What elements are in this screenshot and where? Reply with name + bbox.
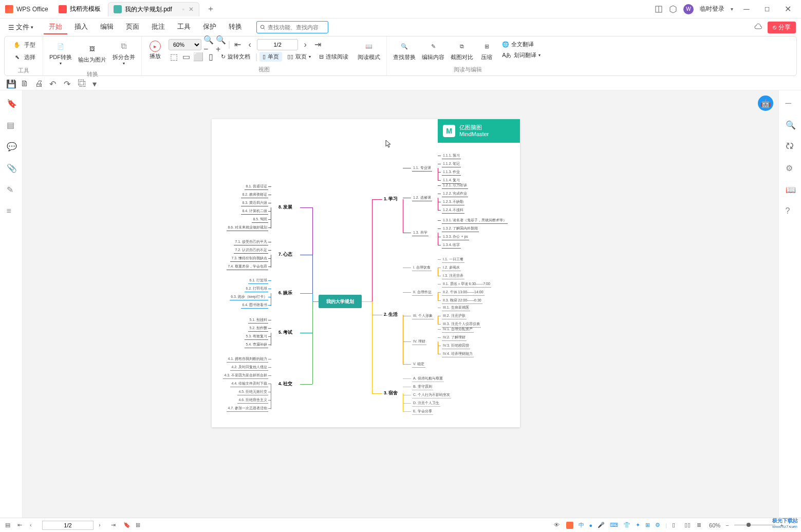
login-status[interactable]: 临时登录	[700, 5, 724, 13]
quickbar-more-icon[interactable]: ▾	[92, 79, 101, 87]
menu-tab-0[interactable]: 开始	[44, 20, 67, 34]
continuous-button[interactable]: ⊟连续阅读	[316, 52, 351, 62]
search-panel-icon[interactable]: 🔍	[786, 120, 795, 129]
edit-content-button[interactable]: ✎编辑内容	[419, 39, 448, 62]
sb-last-icon[interactable]: ⇥	[111, 522, 118, 529]
actual-size-icon[interactable]: ⬜	[193, 52, 203, 62]
zoom-select[interactable]: 60%	[169, 39, 201, 50]
sb-gear-icon[interactable]: ⚙	[655, 522, 660, 528]
double-page-button[interactable]: ▯▯双页▾	[284, 52, 314, 62]
sb-apps-icon[interactable]: ⊞	[645, 522, 650, 528]
sb-mic-icon[interactable]: 🎤	[598, 522, 605, 528]
word-translate-button[interactable]: Aあ划词翻译▾	[499, 50, 543, 60]
help-icon[interactable]: ?	[786, 206, 795, 216]
reader-panel-icon[interactable]: 📖	[786, 185, 795, 194]
print-icon[interactable]: 🖨	[35, 79, 43, 87]
read-mode-button[interactable]: 📖阅读模式	[355, 39, 383, 62]
collapse-icon[interactable]: ─	[786, 99, 795, 108]
last-page-icon[interactable]: ⇥	[312, 40, 323, 50]
hand-tool-button[interactable]: ✋手型	[9, 39, 39, 51]
first-page-icon[interactable]: ⇤	[232, 40, 243, 50]
layout-icon[interactable]	[655, 5, 663, 13]
tab-document[interactable]: 我的大学规划.pdf ▫ ✕	[108, 2, 199, 16]
layers-icon[interactable]: ≡	[7, 206, 16, 216]
sb-puzzle-icon[interactable]: ✦	[636, 522, 640, 528]
find-replace-button[interactable]: 🔍查找替换	[390, 39, 419, 62]
file-menu[interactable]: ☰ 文件 ▾	[5, 22, 36, 33]
fit-page-icon[interactable]: ▭	[181, 52, 191, 62]
comment-icon[interactable]: 💬	[7, 142, 16, 151]
menu-tab-3[interactable]: 页面	[121, 20, 144, 34]
sb-shirt-icon[interactable]: 👕	[623, 522, 630, 528]
menu-tab-1[interactable]: 插入	[69, 20, 93, 34]
save-icon[interactable]: 💾	[6, 79, 14, 87]
view-continuous-icon[interactable]: ≣	[697, 522, 704, 529]
sb-keyboard-icon[interactable]: ⌨	[610, 522, 618, 528]
sb-grid-icon[interactable]: ⊞	[136, 522, 143, 529]
zoom-slider[interactable]	[734, 524, 775, 526]
fit-height-icon[interactable]: ▯	[206, 52, 216, 62]
sb-next-icon[interactable]: ›	[99, 522, 106, 529]
prev-page-icon[interactable]: ‹	[245, 40, 255, 50]
close-button[interactable]: ✕	[780, 2, 795, 16]
search-box[interactable]	[256, 21, 328, 33]
cube-icon[interactable]	[669, 5, 677, 13]
single-page-button[interactable]: ▯单页	[259, 52, 282, 62]
view-single-icon[interactable]: ▯	[672, 522, 679, 529]
outline-icon[interactable]: ▤	[5, 522, 12, 529]
translate-panel-icon[interactable]: 🗘	[786, 142, 795, 151]
zoom-in-icon[interactable]: 🔍+	[216, 40, 226, 50]
sb-first-icon[interactable]: ⇤	[17, 522, 25, 529]
full-translate-button[interactable]: 🌐全文翻译	[499, 40, 543, 49]
export-image-button[interactable]: 🖼输出为图片	[75, 39, 109, 67]
tab-close-button[interactable]: ✕	[189, 6, 194, 13]
settings-panel-icon[interactable]: ⚙	[786, 163, 795, 173]
view-double-icon[interactable]: ▯▯	[684, 522, 692, 529]
tab-menu-icon[interactable]: ▫	[182, 6, 184, 13]
pen-icon[interactable]: ✎	[7, 185, 16, 194]
compress-button[interactable]: ⊞压缩	[476, 39, 497, 62]
next-page-icon[interactable]: ›	[300, 40, 310, 50]
rotate-button[interactable]: ↻旋转文档	[218, 52, 253, 62]
canvas-area[interactable]: M 亿图脑图 MindMaster 我的大学规划 1. 学习1.1. 专业课1.…	[23, 90, 778, 518]
ai-assistant-button[interactable]: 🤖	[758, 96, 773, 111]
play-button[interactable]: ▸播放	[145, 40, 165, 61]
sb-ime-icon[interactable]	[566, 522, 573, 529]
login-dropdown-icon[interactable]: ▾	[731, 6, 733, 12]
tab-add-button[interactable]: ＋	[203, 4, 218, 14]
undo-icon[interactable]: ↶	[49, 79, 58, 87]
zoom-out-icon[interactable]: 🔍−	[203, 40, 214, 50]
attachment-icon[interactable]: 📎	[7, 163, 16, 173]
sb-lang-icon[interactable]: 中	[579, 521, 584, 529]
search-input[interactable]	[268, 24, 325, 30]
sb-prev-icon[interactable]: ‹	[30, 522, 37, 529]
menu-tab-5[interactable]: 工具	[172, 20, 196, 34]
sb-bookmark-icon[interactable]: 🔖	[123, 522, 131, 529]
tab-template[interactable]: 找稻壳模板	[53, 2, 106, 16]
menu-tab-2[interactable]: 编辑	[95, 20, 119, 34]
menu-tab-7[interactable]: 转换	[223, 20, 247, 34]
user-avatar[interactable]: W	[683, 4, 694, 14]
copy-icon[interactable]: ⿻	[78, 79, 86, 87]
sb-zoom-out[interactable]: −	[725, 522, 729, 528]
menu-tab-6[interactable]: 保护	[198, 20, 221, 34]
save-as-icon[interactable]: 🗎	[21, 79, 29, 87]
maximize-button[interactable]	[760, 2, 774, 16]
share-button[interactable]: ⎋ 分享	[768, 22, 796, 33]
page-input[interactable]	[257, 39, 298, 50]
fit-width-icon[interactable]: ⬚	[169, 52, 179, 62]
redo-icon[interactable]: ↷	[64, 79, 72, 87]
menu-tab-4[interactable]: 批注	[146, 20, 170, 34]
sb-half-icon[interactable]: ●	[589, 522, 593, 528]
select-tool-button[interactable]: ⬉选择	[9, 51, 39, 63]
thumbnail-icon[interactable]: ▤	[7, 120, 16, 129]
bookmark-icon[interactable]: 🔖	[7, 99, 16, 108]
pdf-convert-button[interactable]: 📄PDF转换▾	[46, 39, 75, 67]
sb-page-input[interactable]	[42, 521, 94, 530]
split-merge-button[interactable]: ⿻拆分合并▾	[109, 39, 138, 67]
cloud-icon[interactable]	[754, 23, 762, 31]
app-tab[interactable]: WPS Office	[0, 2, 53, 16]
minimize-button[interactable]: ─	[739, 2, 754, 16]
sb-eye-icon[interactable]: 👁	[554, 522, 561, 529]
screenshot-compare-button[interactable]: ⧉截图对比	[448, 39, 476, 62]
